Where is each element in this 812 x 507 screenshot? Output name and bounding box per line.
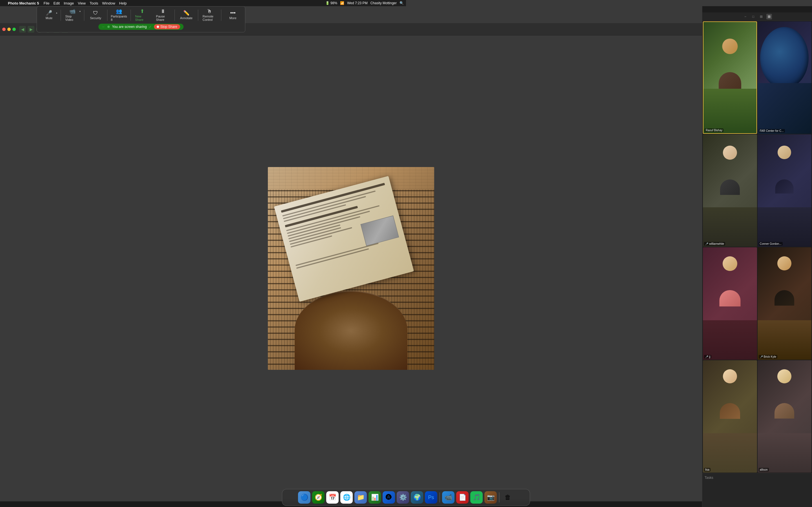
menubar-search[interactable]: 🔍: [400, 1, 404, 5]
participants-label: Participants 8: [111, 15, 127, 21]
new-share-label: New Share: [135, 15, 149, 21]
share-icon: ⬆: [140, 9, 144, 14]
photo-mechanic-area: ◀ ▶ + − ↩ ↪: [0, 6, 406, 253]
menu-image[interactable]: Image: [64, 1, 74, 5]
toolbar-divider: [84, 10, 84, 21]
share-status-bar: ← You are screen sharing ✓ Stop Share: [98, 24, 183, 30]
menu-view[interactable]: View: [78, 1, 86, 5]
annotate-icon: ✏️: [183, 10, 190, 15]
more-icon: •••: [231, 10, 236, 15]
maximize-button[interactable]: [12, 27, 16, 31]
remote-control-button[interactable]: 🖱 Remote Control: [200, 8, 219, 22]
newspaper-line: [288, 216, 360, 237]
photo-canvas: [268, 167, 406, 253]
toolbar-divider: [198, 10, 198, 21]
toolbar-divider: [221, 10, 221, 21]
participants-button[interactable]: 👥 Participants 8: [109, 8, 129, 22]
security-button[interactable]: 🛡 Security: [86, 9, 105, 21]
menu-edit[interactable]: Edit: [53, 1, 59, 5]
zoom-toolbar-buttons: 🎤 Mute ▲ 📹 Stop Video ▲ 🛡 Security 👥 Par…: [37, 6, 245, 24]
menu-help[interactable]: Help: [119, 1, 127, 5]
stop-share-label: Stop Share: [160, 25, 177, 29]
photo-viewer: [0, 36, 406, 253]
photo-main: [268, 167, 406, 253]
share-status-text: You are screen sharing: [112, 25, 147, 29]
menu-items: File Edit Image View Tools Window Help: [44, 1, 127, 5]
stop-dot: [157, 25, 159, 28]
video-chevron: ▲: [79, 10, 81, 12]
pause-share-button[interactable]: ⏸ Pause Share: [153, 8, 173, 22]
annotate-button[interactable]: ✏️ Annotate: [176, 9, 196, 21]
pause-share-label: Pause Share: [156, 15, 170, 21]
annotate-label: Annotate: [180, 16, 193, 20]
menubar-wifi: 📶: [340, 1, 344, 5]
new-share-button[interactable]: ⬆ New Share: [132, 8, 152, 22]
security-icon: 🛡: [93, 10, 98, 15]
mute-icon: 🎤: [46, 10, 52, 15]
remote-icon: 🖱: [207, 9, 212, 14]
mute-chevron: ▲: [56, 11, 58, 14]
app-name: Photo Mechanic 5: [8, 1, 39, 5]
back-button[interactable]: ◀: [19, 26, 26, 33]
menubar-battery: 🔋 98%: [325, 1, 337, 5]
stop-video-button[interactable]: 📹 Stop Video ▲: [63, 8, 82, 22]
forward-button[interactable]: ▶: [28, 26, 35, 33]
security-label: Security: [90, 16, 101, 20]
toolbar-divider: [107, 10, 107, 21]
mute-label: Mute: [46, 16, 52, 20]
menu-window[interactable]: Window: [102, 1, 115, 5]
menubar: Photo Mechanic 5 File Edit Image View To…: [0, 0, 406, 6]
share-dot: [107, 25, 110, 28]
main-content: ◀ ▶ + − ↩ ↪: [0, 6, 406, 253]
share-shield-icon: ←: [102, 25, 105, 29]
menu-tools[interactable]: Tools: [90, 1, 98, 5]
more-button[interactable]: ••• More: [223, 9, 243, 21]
remote-label: Remote Control: [202, 15, 216, 21]
menubar-user: Chasity Mottinger: [370, 1, 397, 5]
more-label: More: [230, 16, 237, 20]
toolbar-divider: [174, 10, 175, 21]
menubar-datetime: Wed 7:23 PM: [347, 1, 367, 5]
stop-share-button[interactable]: Stop Share: [154, 24, 180, 29]
newspaper-photo: [361, 216, 399, 246]
menu-file[interactable]: File: [44, 1, 50, 5]
toolbar-divider: [61, 10, 61, 21]
toolbar-divider: [131, 10, 131, 21]
traffic-lights: [2, 27, 16, 31]
mute-button[interactable]: 🎤 Mute ▲: [39, 9, 59, 21]
video-icon: 📹: [69, 9, 75, 14]
stop-video-label: Stop Video: [65, 15, 80, 21]
menubar-right: 🔋 98% 📶 Wed 7:23 PM Chasity Mottinger 🔍: [325, 1, 404, 5]
minimize-button[interactable]: [7, 27, 11, 31]
pause-icon: ⏸: [160, 9, 165, 14]
zoom-toolbar: 🎤 Mute ▲ 📹 Stop Video ▲ 🛡 Security 👥 Par…: [37, 6, 245, 33]
share-checkmark-icon: ✓: [149, 25, 152, 29]
participants-icon: 👥: [116, 9, 122, 14]
close-button[interactable]: [2, 27, 6, 31]
